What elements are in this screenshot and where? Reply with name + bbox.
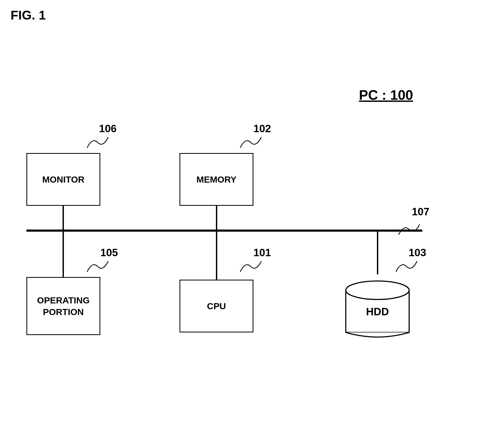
svg-text:HDD: HDD — [366, 306, 389, 317]
memory-vline-top — [216, 206, 217, 230]
monitor-ref-label: 106 — [99, 123, 117, 135]
monitor-vline-top — [63, 206, 64, 230]
pc-label: PC : 100 — [359, 87, 413, 103]
monitor-box: MONITOR — [26, 153, 100, 206]
hdd-vline — [377, 232, 378, 274]
operating-portion-box: OPERATINGPORTION — [26, 277, 100, 335]
cpu-ref-label: 101 — [253, 247, 271, 259]
bus-ref-label: 107 — [412, 206, 429, 218]
memory-ref-label: 102 — [253, 123, 271, 135]
hdd-shape: HDD — [338, 274, 417, 343]
monitor-label: MONITOR — [42, 174, 84, 185]
memory-label: MEMORY — [196, 174, 237, 185]
op-ref-label: 105 — [100, 247, 118, 259]
cpu-label: CPU — [207, 301, 226, 311]
cpu-box: CPU — [179, 280, 253, 332]
operating-portion-label: OPERATINGPORTION — [37, 294, 90, 318]
hdd-ref-label: 103 — [409, 247, 426, 259]
bus-squiggle — [396, 216, 428, 237]
memory-vline-bottom — [216, 232, 217, 280]
svg-point-1 — [346, 281, 409, 299]
memory-box: MEMORY — [179, 153, 253, 206]
bus-line — [26, 230, 422, 232]
diagram-container: FIG. 1 PC : 100 107 MONITOR 106 MEMORY 1… — [0, 0, 487, 448]
monitor-vline-bottom — [63, 232, 64, 277]
fig-title: FIG. 1 — [11, 8, 46, 22]
